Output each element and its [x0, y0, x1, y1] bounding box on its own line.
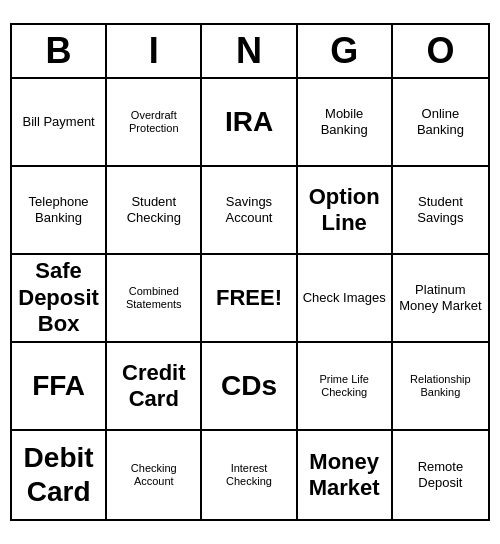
bingo-cell-12: FREE! [202, 255, 297, 343]
bingo-cell-10: Safe Deposit Box [12, 255, 107, 343]
bingo-letter-b: B [12, 25, 107, 77]
bingo-letter-g: G [298, 25, 393, 77]
bingo-cell-23: Money Market [298, 431, 393, 519]
bingo-cell-5: Telephone Banking [12, 167, 107, 255]
bingo-card: BINGO Bill PaymentOverdraft ProtectionIR… [10, 23, 490, 521]
bingo-cell-13: Check Images [298, 255, 393, 343]
bingo-cell-19: Relationship Banking [393, 343, 488, 431]
bingo-cell-21: Checking Account [107, 431, 202, 519]
bingo-cell-4: Online Banking [393, 79, 488, 167]
bingo-cell-24: Remote Deposit [393, 431, 488, 519]
bingo-cell-20: Debit Card [12, 431, 107, 519]
bingo-cell-22: Interest Checking [202, 431, 297, 519]
bingo-letter-n: N [202, 25, 297, 77]
bingo-cell-1: Overdraft Protection [107, 79, 202, 167]
bingo-cell-2: IRA [202, 79, 297, 167]
bingo-cell-6: Student Checking [107, 167, 202, 255]
bingo-cell-8: Option Line [298, 167, 393, 255]
bingo-cell-9: Student Savings [393, 167, 488, 255]
bingo-letter-i: I [107, 25, 202, 77]
bingo-cell-3: Mobile Banking [298, 79, 393, 167]
bingo-cell-11: Combined Statements [107, 255, 202, 343]
bingo-cell-17: CDs [202, 343, 297, 431]
bingo-cell-18: Prime Life Checking [298, 343, 393, 431]
bingo-cell-14: Platinum Money Market [393, 255, 488, 343]
bingo-letter-o: O [393, 25, 488, 77]
bingo-grid: Bill PaymentOverdraft ProtectionIRAMobil… [12, 79, 488, 519]
bingo-cell-0: Bill Payment [12, 79, 107, 167]
bingo-cell-15: FFA [12, 343, 107, 431]
bingo-header: BINGO [12, 25, 488, 79]
bingo-cell-16: Credit Card [107, 343, 202, 431]
bingo-cell-7: Savings Account [202, 167, 297, 255]
